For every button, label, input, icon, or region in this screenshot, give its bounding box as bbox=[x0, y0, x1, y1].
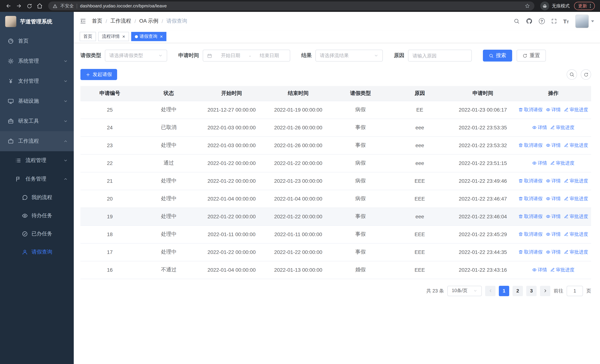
leave-type-select[interactable]: 请选择请假类型 bbox=[105, 50, 167, 62]
breadcrumb-item[interactable]: 首页 bbox=[92, 18, 102, 24]
cell-applied: 2022-01-22 23:51:15 bbox=[450, 154, 516, 172]
action-detail[interactable]: 详情 bbox=[546, 178, 561, 184]
action-cancel[interactable]: 取消请假 bbox=[518, 231, 543, 237]
action-detail[interactable]: 详情 bbox=[532, 160, 547, 166]
close-icon[interactable]: × bbox=[160, 34, 163, 39]
table-row: 24已取消2022-01-03 00:00:002022-01-26 00:00… bbox=[80, 119, 591, 136]
action-progress[interactable]: 审批进度 bbox=[564, 249, 588, 255]
goto-page-input[interactable] bbox=[567, 286, 583, 296]
collapse-sidebar-icon[interactable] bbox=[80, 18, 86, 24]
page-button-2[interactable]: 2 bbox=[513, 286, 523, 296]
toggle-search-button[interactable] bbox=[567, 69, 577, 80]
action-detail[interactable]: 详情 bbox=[532, 267, 547, 273]
help-icon[interactable]: ? bbox=[539, 18, 544, 24]
browser-reload-icon[interactable] bbox=[24, 1, 34, 11]
apply-time-range-picker[interactable]: 开始日期 - 结束日期 bbox=[203, 50, 290, 62]
cell-status: 处理中 bbox=[139, 190, 198, 208]
action-detail[interactable]: 详情 bbox=[546, 196, 561, 202]
user-menu[interactable] bbox=[575, 14, 594, 28]
cell-start: 2022-01-04 00:00:00 bbox=[198, 190, 265, 208]
sidebar-menu: 首页系统管理支付管理基础设施研发工具工作流程 bbox=[0, 31, 74, 151]
action-cancel[interactable]: 取消请假 bbox=[518, 249, 543, 255]
eye-icon bbox=[546, 196, 550, 201]
tab-process-detail[interactable]: 流程详情× bbox=[98, 32, 129, 41]
action-progress[interactable]: 审批进度 bbox=[550, 160, 574, 166]
sidebar-item-payment[interactable]: 支付管理 bbox=[0, 71, 74, 91]
action-cancel[interactable]: 取消请假 bbox=[518, 142, 543, 149]
fullscreen-icon[interactable] bbox=[551, 18, 557, 24]
action-detail[interactable]: 详情 bbox=[546, 107, 561, 113]
action-cancel[interactable]: 取消请假 bbox=[518, 178, 543, 184]
search-button[interactable]: 搜索 bbox=[483, 50, 512, 62]
edit-icon bbox=[564, 196, 569, 201]
sidebar-item-system[interactable]: 系统管理 bbox=[0, 51, 74, 71]
sidebar-item-home[interactable]: 首页 bbox=[0, 31, 74, 51]
result-select[interactable]: 请选择流结果 bbox=[315, 50, 383, 62]
column-header: 原因 bbox=[389, 86, 450, 101]
cell-id: 19 bbox=[80, 208, 139, 225]
cell-reason: eee bbox=[389, 154, 450, 172]
action-progress[interactable]: 审批进度 bbox=[564, 142, 588, 149]
address-bar[interactable]: 不安全 dashboard.yudao.iocoder.cn/bpm/oa/le… bbox=[48, 1, 534, 10]
sidebar-item-done-tasks[interactable]: 已办任务 bbox=[0, 225, 74, 243]
sidebar-item-label: 请假查询 bbox=[31, 249, 52, 255]
browser-back-icon[interactable] bbox=[4, 1, 13, 11]
page-size-value: 10条/页 bbox=[452, 288, 468, 294]
action-progress[interactable]: 审批进度 bbox=[550, 267, 574, 273]
result-label: 结果 bbox=[301, 52, 312, 59]
action-progress[interactable]: 审批进度 bbox=[564, 196, 588, 202]
bookmark-star-icon[interactable] bbox=[525, 3, 530, 9]
security-warning-icon bbox=[53, 3, 57, 8]
page-size-select[interactable]: 10条/页 bbox=[447, 286, 482, 296]
page-button-1[interactable]: 1 bbox=[499, 286, 509, 296]
cell-reason: EEE bbox=[389, 172, 450, 190]
update-button[interactable]: 更新 bbox=[574, 2, 595, 10]
action-detail[interactable]: 详情 bbox=[546, 213, 561, 220]
close-icon[interactable]: × bbox=[122, 34, 125, 39]
action-progress[interactable]: 审批进度 bbox=[564, 178, 588, 184]
create-leave-button[interactable]: 发起请假 bbox=[80, 69, 117, 80]
breadcrumb-separator: / bbox=[162, 18, 163, 24]
sidebar-item-todo-tasks[interactable]: 待办任务 bbox=[0, 206, 74, 225]
sidebar-item-process-mgmt[interactable]: 流程管理 bbox=[0, 151, 74, 170]
action-detail[interactable]: 详情 bbox=[532, 124, 547, 131]
breadcrumb-item[interactable]: OA 示例 bbox=[139, 18, 159, 24]
total-count: 共 23 条 bbox=[426, 288, 444, 294]
sidebar-item-workflow[interactable]: 工作流程 bbox=[0, 131, 74, 151]
action-detail[interactable]: 详情 bbox=[546, 142, 561, 149]
tab-leave-query[interactable]: 请假查询× bbox=[131, 32, 166, 41]
action-progress[interactable]: 审批进度 bbox=[550, 124, 574, 131]
sidebar-item-devtools[interactable]: 研发工具 bbox=[0, 111, 74, 131]
action-cancel[interactable]: 取消请假 bbox=[518, 213, 543, 220]
action-cancel[interactable]: 取消请假 bbox=[518, 196, 543, 202]
prev-page-button[interactable] bbox=[485, 286, 496, 296]
action-detail[interactable]: 详情 bbox=[546, 249, 561, 255]
sidebar-item-task-mgmt[interactable]: 任务管理 bbox=[0, 170, 74, 188]
cell-type: 事假 bbox=[332, 243, 389, 261]
sidebar-item-infra[interactable]: 基础设施 bbox=[0, 91, 74, 111]
breadcrumb-item[interactable]: 工作流程 bbox=[111, 18, 131, 24]
sidebar-item-leave-query[interactable]: 请假查询 bbox=[0, 243, 74, 261]
page-button-3[interactable]: 3 bbox=[526, 286, 537, 296]
avatar[interactable] bbox=[575, 14, 589, 28]
browser-home-icon[interactable] bbox=[35, 1, 45, 11]
github-icon[interactable] bbox=[526, 18, 532, 24]
font-size-icon[interactable]: TT bbox=[563, 18, 569, 24]
action-cancel[interactable]: 取消请假 bbox=[518, 107, 543, 113]
action-progress[interactable]: 审批进度 bbox=[564, 213, 588, 220]
reset-button[interactable]: 重置 bbox=[517, 50, 546, 62]
next-page-button[interactable] bbox=[540, 286, 550, 296]
sidebar-item-my-process[interactable]: 我的流程 bbox=[0, 188, 74, 206]
tab-home[interactable]: 首页 bbox=[80, 32, 96, 41]
search-icon[interactable] bbox=[514, 18, 519, 24]
action-detail[interactable]: 详情 bbox=[546, 231, 561, 237]
action-progress[interactable]: 审批进度 bbox=[564, 107, 588, 113]
refresh-table-button[interactable] bbox=[581, 69, 591, 80]
menu-dots-icon[interactable] bbox=[588, 3, 593, 9]
cell-type: 婚假 bbox=[332, 261, 389, 279]
browser-forward-icon[interactable] bbox=[14, 1, 24, 11]
eye-icon bbox=[21, 213, 28, 218]
reason-input[interactable] bbox=[412, 53, 467, 58]
cell-start: 2022-01-22 00:00:00 bbox=[198, 243, 265, 261]
action-progress[interactable]: 审批进度 bbox=[564, 231, 588, 237]
